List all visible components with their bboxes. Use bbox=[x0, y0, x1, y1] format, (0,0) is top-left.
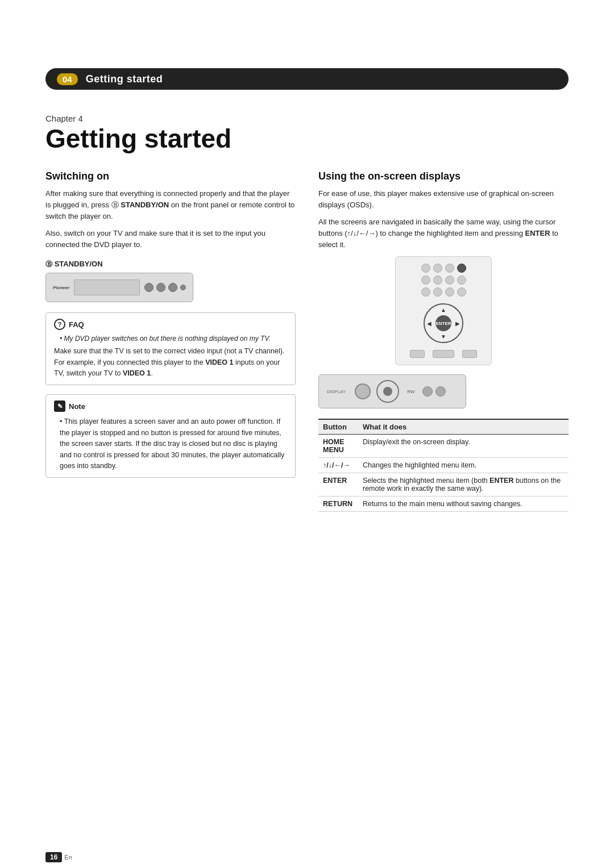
table-row: ENTER Selects the highlighted menu item … bbox=[318, 473, 569, 496]
remote2-buttons bbox=[422, 386, 446, 397]
osd-title: Using the on-screen displays bbox=[318, 170, 569, 182]
nav-circle: ▲ ▼ ◀ ▶ ENTER bbox=[424, 303, 463, 343]
switching-on-title: Switching on bbox=[45, 170, 296, 182]
chapter-title: Getting started bbox=[45, 124, 569, 153]
table-cell-what: Changes the highlighted menu item. bbox=[358, 458, 569, 473]
table-cell-button: HOMEMENU bbox=[318, 435, 358, 458]
main-content: Chapter 4 Getting started Switching on A… bbox=[45, 114, 569, 834]
remote-control-image: ▲ ▼ ◀ ▶ ENTER bbox=[395, 256, 492, 365]
switching-on-para1: After making sure that everything is con… bbox=[45, 188, 296, 222]
page-number-area: 16 En bbox=[45, 852, 72, 862]
header-chapter-num: 04 bbox=[57, 73, 78, 85]
note-title: Note bbox=[69, 402, 85, 411]
chapter-label: Chapter 4 bbox=[45, 114, 569, 123]
faq-title: FAQ bbox=[69, 320, 84, 329]
table-row: ↑/↓/←/→ Changes the highlighted menu ite… bbox=[318, 458, 569, 473]
note-header: ✎ Note bbox=[54, 400, 287, 412]
table-cell-what: Display/exit the on-screen display. bbox=[358, 435, 569, 458]
faq-header: ? FAQ bbox=[54, 319, 287, 330]
player-btn-2 bbox=[156, 283, 165, 292]
table-header-what: What it does bbox=[358, 419, 569, 435]
page-lang: En bbox=[64, 854, 72, 861]
osd-para2: All the screens are navigated in basical… bbox=[318, 216, 569, 251]
disc-button bbox=[355, 383, 371, 399]
table-cell-what: Selects the highlighted menu item (both … bbox=[358, 473, 569, 496]
table-cell-button: RETURN bbox=[318, 496, 358, 512]
standby-label: Ⓑ STANDBY/ON bbox=[45, 260, 296, 269]
table-cell-button: ENTER bbox=[318, 473, 358, 496]
osd-para1: For ease of use, this player makes exten… bbox=[318, 188, 569, 211]
nav-button bbox=[376, 380, 399, 403]
nav-center bbox=[383, 387, 392, 396]
player-btn-4 bbox=[180, 285, 186, 290]
player-btn-1 bbox=[144, 283, 154, 292]
right-column: Using the on-screen displays For ease of… bbox=[318, 170, 569, 512]
note-text: This player features a screen saver and … bbox=[54, 416, 287, 471]
note-icon: ✎ bbox=[54, 400, 65, 412]
page-number: 16 bbox=[45, 852, 62, 862]
faq-answer: Make sure that the TV is set to the corr… bbox=[54, 346, 287, 379]
player-brand-label: Pioneer bbox=[53, 285, 69, 290]
dvd-player-image: Pioneer bbox=[45, 273, 193, 302]
table-cell-what: Returns to the main menu without saving … bbox=[358, 496, 569, 512]
left-column: Switching on After making sure that ever… bbox=[45, 170, 296, 512]
player-btn-3 bbox=[168, 283, 177, 292]
faq-icon: ? bbox=[54, 319, 65, 330]
faq-box: ? FAQ My DVD player switches on but ther… bbox=[45, 312, 296, 385]
player-buttons bbox=[144, 283, 186, 292]
header-title: Getting started bbox=[86, 73, 163, 85]
switching-on-para2: Also, switch on your TV and make sure th… bbox=[45, 228, 296, 251]
header-bar: 04 Getting started bbox=[45, 68, 569, 90]
two-col-layout: Switching on After making sure that ever… bbox=[45, 170, 569, 512]
table-header-button: Button bbox=[318, 419, 358, 435]
note-box: ✎ Note This player features a screen sav… bbox=[45, 394, 296, 478]
table-cell-button: ↑/↓/←/→ bbox=[318, 458, 358, 473]
table-row: HOMEMENU Display/exit the on-screen disp… bbox=[318, 435, 569, 458]
player-remote-image: DISPLAY RW bbox=[318, 374, 466, 408]
r2-btn-1 bbox=[422, 386, 433, 397]
button-table: Button What it does HOMEMENU Display/exi… bbox=[318, 419, 569, 512]
r2-btn-2 bbox=[435, 386, 446, 397]
faq-question: My DVD player switches on but there is n… bbox=[54, 335, 287, 343]
enter-button: ENTER bbox=[435, 315, 451, 331]
table-row: RETURN Returns to the main menu without … bbox=[318, 496, 569, 512]
